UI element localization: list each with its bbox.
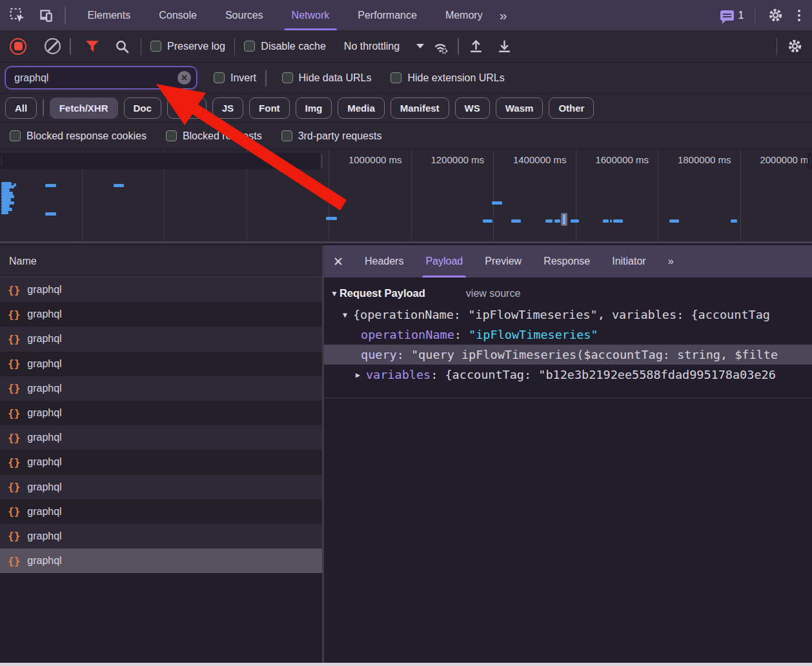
tab-headers[interactable]: Headers — [354, 245, 414, 278]
network-request-row[interactable]: {}graphql — [0, 524, 322, 549]
network-request-row[interactable]: {}graphql — [0, 278, 322, 302]
fetch-xhr-icon: {} — [8, 481, 20, 493]
message-bubble-icon — [720, 10, 734, 21]
query-row-selected[interactable]: query: "query ipFlowTimeseries($accountT… — [324, 345, 812, 365]
clear-filter-icon[interactable]: ✕ — [178, 71, 191, 85]
request-list-panel: Name {}graphql{}graphql{}graphql{}graphq… — [0, 245, 324, 663]
timeline-bar — [114, 184, 124, 187]
filter-chip-doc[interactable]: Doc — [124, 97, 161, 119]
filter-chip-font[interactable]: Font — [249, 97, 289, 119]
network-request-row[interactable]: {}graphql — [0, 352, 322, 376]
tab-payload[interactable]: Payload — [414, 245, 474, 278]
network-request-row[interactable]: {}graphql — [0, 475, 322, 500]
third-party-requests-checkbox[interactable] — [281, 130, 292, 141]
request-payload-title: Request Payload — [340, 287, 425, 299]
name-column-header[interactable]: Name — [0, 245, 322, 278]
timeline-bar — [731, 219, 737, 223]
tab-performance[interactable]: Performance — [343, 0, 431, 30]
clear-button[interactable] — [45, 38, 61, 54]
network-settings-gear-icon[interactable] — [785, 37, 804, 56]
import-har-icon[interactable] — [467, 37, 486, 56]
network-request-row[interactable]: {}graphql — [0, 376, 322, 401]
record-button[interactable] — [10, 38, 26, 55]
fetch-xhr-icon: {} — [8, 432, 20, 444]
preserve-log-checkbox[interactable] — [150, 41, 161, 52]
operation-name-row[interactable]: operationName: "ipFlowTimeseries" — [324, 325, 812, 345]
network-conditions-icon[interactable] — [431, 37, 450, 56]
payload-content: ▼ Request Payload view source ▼ {operati… — [324, 278, 812, 663]
invert-checkbox[interactable] — [214, 72, 225, 83]
network-request-row[interactable]: {}graphql — [0, 425, 322, 450]
hide-extension-urls-label: Hide extension URLs — [407, 72, 504, 84]
filter-chip-ws[interactable]: WS — [455, 97, 490, 119]
fetch-xhr-icon: {} — [8, 284, 20, 296]
tab-memory[interactable]: Memory — [431, 0, 497, 30]
tab-response[interactable]: Response — [533, 245, 601, 278]
filter-chip-js[interactable]: JS — [212, 97, 243, 119]
fetch-xhr-icon: {} — [8, 308, 20, 321]
json-key: query — [361, 348, 397, 361]
filter-chip-other[interactable]: Other — [549, 97, 594, 119]
issues-badge[interactable]: 1 — [720, 10, 744, 21]
divider — [70, 38, 71, 55]
filter-row: ✕ Invert Hide data URLs Hide extension U… — [0, 63, 812, 94]
third-party-requests-label: 3rd-party requests — [298, 130, 382, 142]
search-icon[interactable] — [112, 37, 132, 56]
timeline-bar — [45, 212, 56, 216]
view-source-link[interactable]: view source — [466, 288, 520, 299]
disable-cache-checkbox[interactable] — [244, 41, 255, 52]
kebab-menu-icon[interactable] — [795, 8, 803, 23]
network-request-row[interactable]: {}graphql — [0, 450, 322, 474]
network-request-row[interactable]: {}graphql — [0, 401, 322, 425]
network-overview-timeline[interactable]: 200000 ms400000 ms600000 ms800000 ms1000… — [0, 150, 812, 243]
filter-chip-css[interactable]: CSS — [167, 97, 207, 119]
settings-gear-icon[interactable] — [766, 6, 785, 25]
device-toolbar-icon[interactable] — [36, 6, 56, 25]
hide-extension-urls-checkbox[interactable] — [391, 72, 401, 83]
timeline-bar — [45, 184, 56, 187]
overview-right-handle[interactable] — [807, 153, 812, 169]
network-request-row[interactable]: {}graphql — [0, 327, 322, 351]
more-panels-icon[interactable]: » — [497, 0, 509, 30]
throttling-value: No throttling — [344, 41, 400, 52]
network-request-row[interactable]: {}graphql — [0, 302, 322, 327]
expand-triangle-icon: ▶ — [356, 370, 360, 379]
tab-network[interactable]: Network — [278, 0, 344, 30]
export-har-icon[interactable] — [495, 37, 514, 56]
close-icon[interactable]: ✕ — [324, 254, 354, 269]
filter-chip-media[interactable]: Media — [338, 97, 385, 119]
filter-chip-wasm[interactable]: Wasm — [496, 97, 543, 119]
payload-summary-text: {operationName: "ipFlowTimeseries", vari… — [353, 308, 770, 321]
filter-input[interactable] — [13, 72, 178, 85]
selected-request-marker — [561, 213, 567, 226]
tab-sources[interactable]: Sources — [211, 0, 278, 30]
payload-summary-row[interactable]: ▼ {operationName: "ipFlowTimeseries", va… — [324, 305, 812, 325]
timeline-bar — [603, 219, 609, 223]
collapse-triangle-icon[interactable]: ▼ — [330, 289, 338, 298]
tab-preview[interactable]: Preview — [474, 245, 533, 278]
fetch-xhr-icon: {} — [8, 382, 20, 394]
filter-chip-img[interactable]: Img — [296, 97, 332, 119]
filter-chip-fetch-xhr[interactable]: Fetch/XHR — [50, 97, 118, 119]
network-request-row[interactable]: {}graphql — [0, 549, 322, 573]
variables-row[interactable]: ▶ variables: {accountTag: "b12e3b2192ee5… — [324, 365, 812, 385]
more-details-tabs-icon[interactable]: » — [657, 245, 684, 278]
network-request-row[interactable]: {}graphql — [0, 500, 322, 524]
divider — [43, 99, 44, 116]
overview-left-handle[interactable] — [0, 153, 323, 169]
hide-data-urls-checkbox[interactable] — [282, 72, 293, 83]
tab-console[interactable]: Console — [145, 0, 211, 30]
filter-chip-all[interactable]: All — [5, 97, 37, 119]
inspect-element-icon[interactable] — [8, 6, 27, 25]
filter-toggle-icon[interactable] — [83, 37, 102, 56]
fetch-xhr-icon: {} — [8, 358, 20, 370]
blocked-requests-checkbox[interactable] — [166, 130, 177, 141]
network-toolbar: Preserve log Disable cache No throttling — [0, 30, 812, 63]
tab-initiator[interactable]: Initiator — [601, 245, 656, 278]
tab-elements[interactable]: Elements — [74, 0, 145, 30]
resource-type-filter-row: AllFetch/XHRDocCSSJSFontImgMediaManifest… — [0, 94, 812, 123]
throttling-select[interactable]: No throttling — [344, 41, 424, 52]
filter-chip-manifest[interactable]: Manifest — [391, 97, 449, 119]
blocked-response-cookies-checkbox[interactable] — [10, 130, 21, 141]
options-row: Blocked response cookies Blocked request… — [0, 123, 812, 150]
